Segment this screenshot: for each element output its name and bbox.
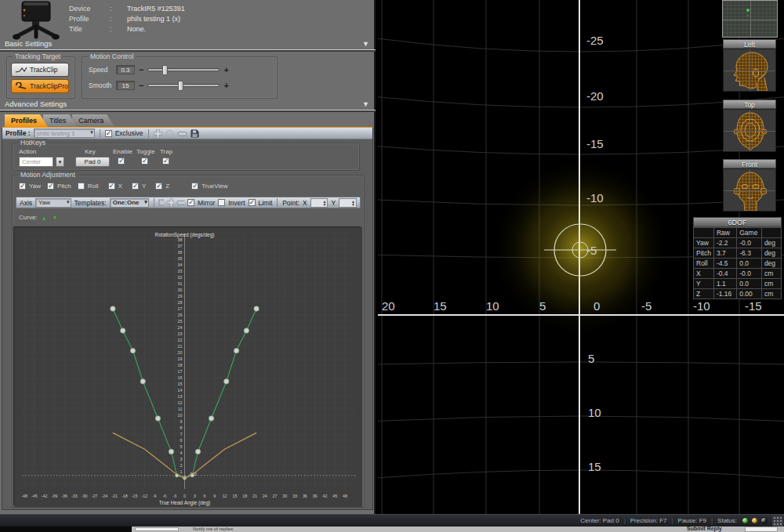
svg-text:23: 23 xyxy=(178,331,183,336)
response-curve-chart[interactable]: 1234567891011121314151617181920212223242… xyxy=(13,226,361,506)
trackclip-button[interactable]: TrackClip xyxy=(11,63,69,77)
camera-view-thumbnail[interactable] xyxy=(722,0,778,38)
axis-checkbox-pitch[interactable] xyxy=(47,183,54,190)
trap-checkbox[interactable] xyxy=(162,157,169,165)
trackclip-icon xyxy=(15,66,27,74)
svg-text:16: 16 xyxy=(178,375,183,380)
zero-readout: 0.0 xyxy=(191,472,198,476)
tracking-dot xyxy=(747,15,749,16)
svg-text:-45: -45 xyxy=(31,494,38,498)
speed-label: Speed xyxy=(89,66,112,74)
front-view-thumbnail[interactable] xyxy=(723,168,776,212)
svg-text:-48: -48 xyxy=(21,494,27,498)
collapse-basic-icon[interactable]: ▼ xyxy=(362,40,369,48)
svg-text:1: 1 xyxy=(180,469,183,474)
svg-text:21: 21 xyxy=(252,494,257,498)
mirror-label: Mirror xyxy=(198,199,215,207)
svg-text:-21: -21 xyxy=(111,494,118,498)
col-raw: Raw xyxy=(713,228,736,238)
select-point-icon[interactable] xyxy=(158,199,164,206)
collapse-advanced-icon[interactable]: ▼ xyxy=(362,100,369,108)
save-profile-icon[interactable] xyxy=(191,129,199,138)
curve-up-icon[interactable]: ▲ xyxy=(40,213,49,222)
svg-text:31: 31 xyxy=(178,281,183,286)
point-x-spinner[interactable]: ▲▼ xyxy=(310,198,328,208)
axis-checkbox-y[interactable] xyxy=(132,183,139,190)
templates-combo[interactable]: One:One▾ xyxy=(110,198,149,208)
status-bar: Center: Pad 0| Precision: F7| Pause: F9|… xyxy=(0,514,784,527)
axis-combo[interactable]: Yaw▾ xyxy=(35,198,71,208)
top-view-header: Top xyxy=(723,100,776,109)
profile-value: phils testing 1 (x) xyxy=(127,15,180,23)
left-view-header: Left xyxy=(723,39,776,49)
svg-text:5: 5 xyxy=(180,444,183,449)
action-combo[interactable]: Center xyxy=(19,157,53,167)
remove-profile-icon[interactable] xyxy=(177,129,187,138)
profiles-tab-panel: Profile : phils testing 1▾ Exclusive Hot… xyxy=(2,127,373,510)
speed-plus-icon[interactable]: + xyxy=(223,66,228,74)
action-combo-arrow-icon[interactable]: ▾ xyxy=(56,157,64,167)
svg-text:9: 9 xyxy=(180,419,183,424)
hotkey-key-button[interactable]: Pad 0 xyxy=(75,157,110,167)
curve-point xyxy=(155,416,160,421)
svg-text:33: 33 xyxy=(292,494,297,498)
svg-text:38: 38 xyxy=(178,237,183,242)
top-view-thumbnail[interactable] xyxy=(723,109,776,152)
resize-grip[interactable] xyxy=(772,516,783,527)
point-y-spinner[interactable]: ▲▼ xyxy=(339,198,357,208)
axis-checkbox-yaw[interactable] xyxy=(19,183,26,190)
curve-point xyxy=(120,328,125,333)
svg-text:-36: -36 xyxy=(61,494,67,498)
add-point-icon[interactable] xyxy=(167,198,173,207)
svg-text:0: 0 xyxy=(183,494,186,498)
svg-text:35: 35 xyxy=(178,256,183,261)
axis-checkbox-trueview[interactable] xyxy=(191,183,198,190)
exclusive-checkbox[interactable] xyxy=(105,130,112,137)
left-view-thumbnail[interactable] xyxy=(723,49,776,92)
speed-slider[interactable] xyxy=(147,68,220,71)
invert-checkbox[interactable] xyxy=(218,199,225,206)
smooth-plus-icon[interactable]: + xyxy=(223,81,228,89)
h-axis-label: 10 xyxy=(486,299,499,313)
svg-text:33: 33 xyxy=(178,269,183,273)
tab-titles[interactable]: Titles xyxy=(43,114,77,127)
chevron-down-icon[interactable]: ▾ xyxy=(67,199,70,205)
curve-point xyxy=(111,306,115,311)
svg-text:28: 28 xyxy=(178,300,183,305)
toggle-checkbox[interactable] xyxy=(141,157,148,165)
chevron-down-icon[interactable]: ▾ xyxy=(90,129,93,136)
axis-checkbox-x[interactable] xyxy=(108,183,115,190)
enable-checkbox[interactable] xyxy=(118,157,125,165)
axis-checkbox-roll[interactable] xyxy=(78,183,85,190)
advanced-settings-header[interactable]: Advanced Settings ▼ xyxy=(0,100,376,110)
h-axis-label: -15 xyxy=(745,299,762,313)
smooth-slider[interactable] xyxy=(147,84,220,87)
curve-point xyxy=(140,379,145,384)
chart-xlabel: True Head Angle (deg) xyxy=(159,500,211,506)
status-label: Status: xyxy=(717,517,737,524)
curve-down-icon[interactable]: ▼ xyxy=(51,213,60,222)
svg-text:29: 29 xyxy=(178,294,183,299)
profile-combo[interactable]: phils testing 1▾ xyxy=(34,128,95,138)
add-profile-icon[interactable] xyxy=(154,129,162,138)
hotkeys-group: HotKeys Action Key Enable Toggle Trap Ce… xyxy=(12,143,360,171)
title-value: None. xyxy=(127,25,146,33)
trackclippro-button[interactable]: TrackClipPro xyxy=(11,79,69,93)
duplicate-profile-icon[interactable] xyxy=(165,129,174,138)
enable-label: Enable xyxy=(113,148,132,155)
tab-camera[interactable]: Camera xyxy=(72,114,114,127)
status-light-off xyxy=(760,517,768,524)
mirror-checkbox[interactable] xyxy=(187,199,194,206)
speed-minus-icon[interactable]: − xyxy=(139,66,143,74)
smooth-minus-icon[interactable]: − xyxy=(139,81,143,89)
chevron-down-icon[interactable]: ▾ xyxy=(144,199,147,205)
axis-checkbox-z[interactable] xyxy=(155,183,162,190)
v-axis-label: 10 xyxy=(588,406,601,419)
limit-checkbox[interactable] xyxy=(249,199,256,206)
point-y-label: Y xyxy=(331,199,336,207)
basic-settings-header[interactable]: Basic Settings ▼ xyxy=(0,39,376,50)
svg-text:27: 27 xyxy=(273,494,278,498)
tab-profiles[interactable]: Profiles xyxy=(5,114,48,127)
submit-reply-fragment: Submit Reply xyxy=(687,527,722,532)
remove-point-icon[interactable] xyxy=(176,198,184,207)
